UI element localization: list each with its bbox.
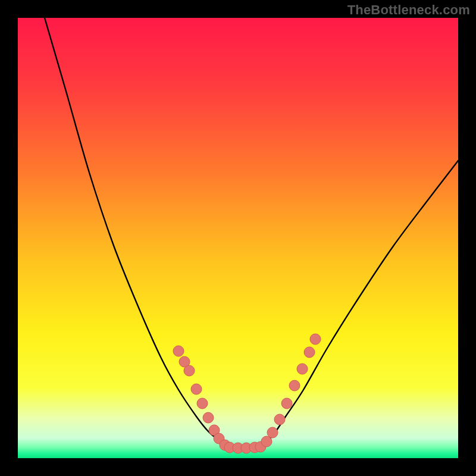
watermark-text: TheBottleneck.com [347, 2, 470, 18]
data-dot [274, 414, 285, 425]
plot-area [18, 18, 458, 458]
data-dot [281, 398, 292, 409]
data-dot [191, 384, 202, 394]
data-dot [289, 380, 300, 391]
curves-layer [18, 18, 458, 458]
data-dot [297, 364, 308, 374]
data-dot [310, 334, 321, 345]
data-dot [203, 412, 214, 423]
data-dot [267, 427, 278, 438]
data-dot [197, 398, 208, 409]
frame: TheBottleneck.com [0, 0, 476, 476]
data-dot [173, 346, 184, 356]
data-dot [184, 365, 195, 376]
data-dot [304, 347, 315, 358]
curve-left-curve [45, 18, 229, 447]
